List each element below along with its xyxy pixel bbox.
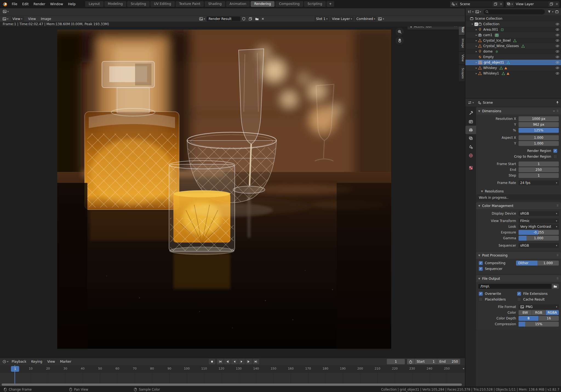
open-image-icon[interactable]: [254, 16, 260, 21]
properties-breadcrumb[interactable]: Scene: [477, 100, 493, 105]
playhead[interactable]: [15, 365, 15, 384]
image-editor-type-button[interactable]: ▾: [1, 16, 10, 21]
expand-arrow-icon[interactable]: ▸: [475, 72, 478, 75]
workspace-tab-animation[interactable]: Animation: [226, 1, 250, 7]
image-name-field[interactable]: Render Result: [207, 16, 241, 21]
outliner-row-collection[interactable]: ▾✓Collection: [465, 21, 561, 27]
preset-icon[interactable]: ≡ ⠿: [553, 109, 559, 113]
outliner-row-cam1[interactable]: ▸cam1: [465, 32, 561, 38]
panel-resolutions-header[interactable]: ▼ Resolutions: [476, 188, 561, 194]
workspace-tab-layout[interactable]: Layout: [85, 1, 104, 7]
color-mode-rgba-button[interactable]: RGBA: [546, 310, 559, 315]
timeline-menu-marker[interactable]: Marker: [58, 360, 74, 364]
outliner-display-mode-button[interactable]: ▾: [467, 10, 474, 14]
compression-slider[interactable]: 15%: [519, 322, 559, 327]
frame-end-field[interactable]: 250: [519, 167, 559, 172]
gamma-slider[interactable]: 1.000: [519, 236, 559, 241]
previous-keyframe-button[interactable]: [224, 359, 231, 364]
sidebar-tab-tool[interactable]: Tool: [459, 27, 465, 35]
timeline-menu-playback[interactable]: Playback: [9, 360, 29, 364]
color-mode-bw-button[interactable]: BW: [519, 310, 532, 315]
view-layer-name-field[interactable]: View Layer: [514, 1, 548, 7]
panel-color-management-header[interactable]: ▼ Color Management ⠿: [476, 202, 561, 209]
image-menu-image[interactable]: Image: [38, 17, 54, 21]
sidebar-tab-scopes[interactable]: Scopes: [459, 65, 465, 81]
workspace-tab-modeling[interactable]: Modeling: [104, 1, 127, 7]
outliner-row-crystal-ice-bowl[interactable]: ▸Crystal_Ice_Bowl: [465, 38, 561, 43]
expand-arrow-icon[interactable]: ▸: [475, 28, 478, 31]
workspace-tab-compositing[interactable]: Compositing: [275, 1, 303, 7]
visibility-eye-icon[interactable]: [556, 33, 559, 37]
panel-dimensions-header[interactable]: ▼ Dimensions ≡ ⠿: [476, 108, 561, 114]
overwrite-checkbox[interactable]: ✓: [479, 292, 483, 296]
timeline-ruler[interactable]: 1 10203040506070809010011012013014015016…: [0, 365, 465, 373]
outliner-item-label[interactable]: Collection: [483, 22, 499, 26]
properties-tab-output[interactable]: [465, 126, 476, 134]
file-format-dropdown[interactable]: PNG▾: [519, 304, 559, 309]
panel-post-processing-header[interactable]: ▼ Post Processing ⠿: [476, 252, 561, 259]
sequencer-colorspace-dropdown[interactable]: sRGB▾: [519, 243, 559, 248]
timeline-editor-type-button[interactable]: ▾: [2, 360, 9, 364]
new-view-layer-button[interactable]: [548, 1, 554, 7]
image-menu-view[interactable]: View: [26, 17, 38, 21]
outliner-item-label[interactable]: Crystal_Wine_Glasses: [483, 44, 519, 48]
properties-editor-type-button[interactable]: ▾: [467, 100, 475, 105]
outliner-item-label[interactable]: Scene Collection: [475, 17, 502, 21]
frame-start-field[interactable]: 1: [519, 162, 559, 166]
workspace-tab-texture-paint[interactable]: Texture Paint: [176, 1, 204, 7]
jump-to-end-button[interactable]: [253, 359, 259, 364]
pin-icon[interactable]: [556, 100, 559, 105]
properties-tab-texture[interactable]: [465, 163, 476, 172]
outliner-search-input[interactable]: [483, 9, 545, 15]
color-depth-16-button[interactable]: 16: [539, 316, 559, 321]
add-workspace-tab[interactable]: +: [327, 1, 334, 7]
current-frame-field[interactable]: 1: [387, 359, 405, 364]
visibility-eye-icon[interactable]: [556, 71, 559, 76]
timeline-tracks[interactable]: [0, 373, 465, 384]
properties-tab-tool[interactable]: [465, 109, 476, 117]
blender-logo-icon[interactable]: [2, 1, 8, 7]
outliner-row-whiskey[interactable]: ▸Whiskey: [465, 65, 561, 71]
next-keyframe-button[interactable]: [245, 359, 252, 364]
timeline-menu-keying[interactable]: Keying: [29, 360, 45, 364]
expand-arrow-icon[interactable]: ▸: [475, 39, 478, 42]
drag-dots-icon[interactable]: ⠿⠿: [454, 27, 457, 28]
record-button[interactable]: [209, 359, 215, 364]
aspect-y-field[interactable]: 1.000: [519, 141, 559, 146]
resolution-percentage-slider[interactable]: 125%: [519, 128, 559, 133]
color-depth-8-button[interactable]: 8: [519, 316, 539, 321]
workspace-tab-shading[interactable]: Shading: [205, 1, 225, 7]
outliner-row-whiskey1[interactable]: ▸Whiskey1: [465, 71, 561, 76]
play-reverse-button[interactable]: [231, 359, 238, 364]
menu-help[interactable]: Help: [65, 2, 78, 6]
new-scene-button[interactable]: [493, 1, 499, 7]
outliner-row-area-001[interactable]: ▸Area.001: [465, 27, 561, 32]
slot-dropdown[interactable]: Slot 1▾: [314, 16, 329, 21]
visibility-eye-icon[interactable]: [556, 44, 559, 48]
workspace-tab-rendering[interactable]: Rendering: [251, 1, 274, 7]
cache-result-checkbox[interactable]: [517, 298, 521, 301]
menu-file[interactable]: File: [9, 2, 20, 6]
expand-arrow-icon[interactable]: ▸: [475, 67, 478, 69]
image-browse-icon[interactable]: ▾: [198, 16, 207, 21]
outliner-item-label[interactable]: Whiskey: [483, 66, 497, 70]
properties-tab-world[interactable]: [465, 151, 476, 160]
visibility-eye-icon[interactable]: [556, 39, 559, 43]
remove-view-layer-button[interactable]: ✕: [554, 1, 559, 7]
collapse-arrow-icon[interactable]: ◂: [463, 367, 464, 370]
shield-icon[interactable]: [241, 16, 247, 21]
properties-tab-render[interactable]: [465, 117, 476, 126]
placeholders-checkbox[interactable]: [479, 298, 483, 301]
unlink-scene-button[interactable]: ✕: [499, 1, 503, 7]
outliner-item-label[interactable]: Crystal_Ice_Bowl: [483, 39, 511, 42]
menu-render[interactable]: Render: [31, 2, 48, 6]
outliner-row-empty[interactable]: Empty: [465, 54, 561, 60]
visibility-eye-icon[interactable]: [556, 60, 559, 65]
workspace-tab-sculpting[interactable]: Sculpting: [127, 1, 150, 7]
frame-step-field[interactable]: 1: [519, 173, 559, 178]
panel-file-output-header[interactable]: ▼ File Output ⠿: [476, 275, 561, 282]
collection-checkbox[interactable]: ✓: [474, 22, 478, 26]
zoom-tool-button[interactable]: [396, 28, 404, 36]
view-transform-dropdown[interactable]: Filmic▾: [519, 218, 559, 223]
outliner-item-label[interactable]: Empty: [483, 55, 494, 59]
